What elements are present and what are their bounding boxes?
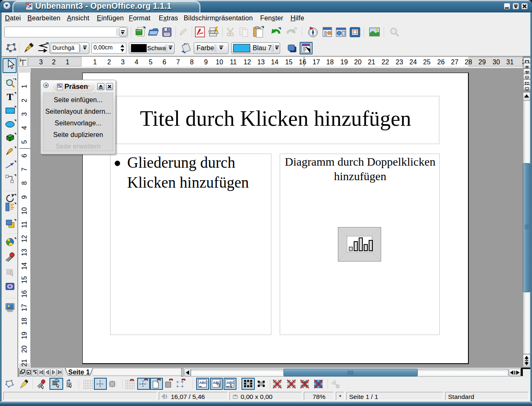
svg-text:T: T <box>7 92 13 102</box>
svg-text:ABC: ABC <box>199 381 207 385</box>
